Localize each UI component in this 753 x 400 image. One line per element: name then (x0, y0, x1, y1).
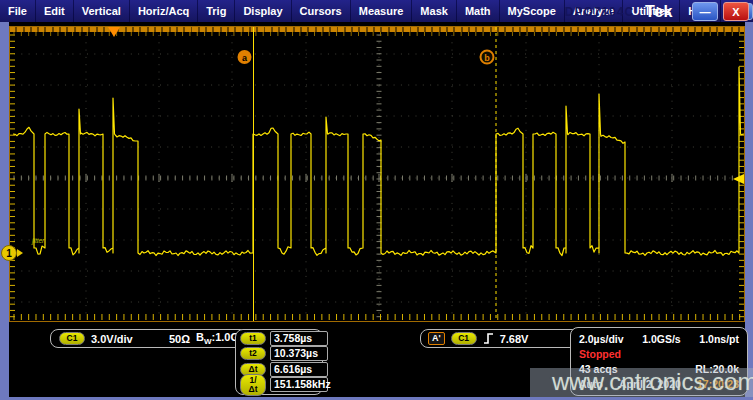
cursor-badge: t2 (240, 347, 266, 360)
trigger-readout-box[interactable]: A' C1 7.68V (420, 329, 586, 348)
trigger-position-icon (108, 27, 120, 37)
cursor-badge: 1/Δt (240, 374, 266, 396)
menu-measure[interactable]: Measure (351, 0, 413, 22)
close-button[interactable]: X (723, 2, 749, 21)
trace-annotation: jitter (31, 237, 45, 245)
menu-trig[interactable]: Trig (198, 0, 235, 22)
channel-bandwidth: BW:1.0G (196, 331, 239, 346)
cursor-value: 6.616µs (270, 362, 328, 377)
svg-text:b: b (484, 53, 490, 63)
cursor-badge: t1 (240, 332, 266, 345)
minimize-button[interactable]: — (692, 2, 718, 21)
model-label: DPO7104C (565, 5, 634, 19)
graticule: abjitter (10, 27, 744, 321)
menu-math[interactable]: Math (457, 0, 500, 22)
close-icon: X (732, 6, 739, 18)
channel-impedance: 50Ω (169, 333, 190, 345)
cursor-row: 1/Δt151.158kHz (240, 377, 328, 393)
sample-rate: 1.0GS/s (642, 332, 681, 347)
trigger-source-badge: C1 (451, 332, 477, 345)
channel1-badge: 1 (1, 245, 17, 261)
minimize-icon: — (700, 6, 711, 18)
trigger-a-badge: A' (428, 332, 445, 345)
menu-myscope[interactable]: MyScope (500, 0, 565, 22)
menu-horizacq[interactable]: Horiz/Acq (130, 0, 198, 22)
resolution: 1.0ns/pt (699, 332, 739, 347)
acq-status: Stopped (579, 347, 621, 362)
cursor-readout-box[interactable]: t13.758µst210.373µsΔt6.616µs1/Δt151.158k… (235, 329, 323, 395)
rising-edge-icon (483, 332, 494, 345)
channel-readout-box[interactable]: C1 3.0V/div 50Ω BW:1.0G (50, 329, 248, 348)
channel-scale: 3.0V/div (91, 333, 133, 345)
menu-cursors[interactable]: Cursors (292, 0, 351, 22)
channel1-marker[interactable]: 1 (1, 245, 23, 261)
trigger-level: 7.68V (500, 333, 529, 345)
menu-vertical[interactable]: Vertical (74, 0, 130, 22)
watermark: www.cntronics.com (552, 368, 753, 396)
cursor-value: 151.158kHz (270, 377, 328, 392)
channel1-trace (13, 67, 744, 256)
cursor-value: 10.373µs (270, 346, 328, 361)
cursor-value: 3.758µs (270, 331, 328, 346)
menu-mask[interactable]: Mask (412, 0, 457, 22)
menu-display[interactable]: Display (235, 0, 291, 22)
tek-logo: Tek (645, 3, 673, 21)
channel1-arrow-icon (17, 249, 23, 257)
waveform-display[interactable]: abjitter (9, 26, 745, 322)
menu-file[interactable]: File (0, 0, 36, 22)
menu-bar: FileEditVerticalHoriz/AcqTrigDisplayCurs… (0, 0, 753, 22)
oscilloscope-app: { "menu": { "items": ["File","Edit","Ver… (0, 0, 753, 400)
menu-edit[interactable]: Edit (36, 0, 74, 22)
channel-badge: C1 (59, 332, 85, 345)
timebase: 2.0µs/div (579, 332, 624, 347)
cursor-row: t13.758µs (240, 331, 328, 346)
cursor-row: t210.373µs (240, 346, 328, 361)
